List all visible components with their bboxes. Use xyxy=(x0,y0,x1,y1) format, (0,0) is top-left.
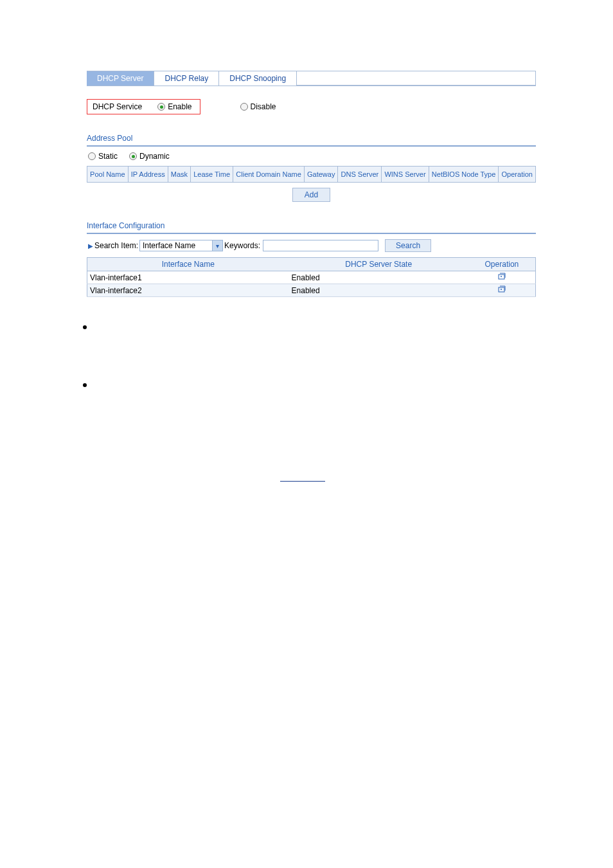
keywords-input[interactable] xyxy=(263,240,378,251)
interface-table: Interface Name DHCP Server State Operati… xyxy=(87,257,536,297)
keywords-label: Keywords: xyxy=(224,241,260,250)
bullets-list xyxy=(87,323,536,387)
col-netbios-type: NetBIOS Node Type xyxy=(429,167,499,183)
dhcp-service-highlight: DHCP Service Enable xyxy=(87,99,200,114)
edit-icon[interactable] xyxy=(497,285,506,293)
pool-table: Pool Name IP Address Mask Lease Time Cli… xyxy=(87,166,536,183)
static-label: Static xyxy=(98,152,118,161)
static-radio[interactable]: Static xyxy=(88,152,125,161)
dynamic-radio[interactable]: Dynamic xyxy=(129,152,177,161)
col-pool-name: Pool Name xyxy=(87,167,129,183)
iface-state: Enabled xyxy=(289,271,468,284)
table-row: Vlan-interface1 Enabled xyxy=(87,271,536,284)
triangle-icon: ▶ xyxy=(88,242,93,249)
disable-label: Disable xyxy=(251,102,276,111)
col-operation: Operation xyxy=(499,167,536,183)
iface-name: Vlan-interface2 xyxy=(87,284,289,297)
bullet-dot-icon xyxy=(83,383,87,387)
col-lease-time: Lease Time xyxy=(191,167,233,183)
col-ip-address: IP Address xyxy=(128,167,168,183)
add-button[interactable]: Add xyxy=(292,188,330,202)
search-item-value: Interface Name xyxy=(143,241,195,250)
disable-radio[interactable]: Disable xyxy=(200,102,276,111)
search-button[interactable]: Search xyxy=(385,239,431,252)
radio-unchecked-icon xyxy=(240,103,248,111)
edit-icon[interactable] xyxy=(497,273,506,280)
tab-spacer xyxy=(297,71,536,86)
interface-config-heading: Interface Configuration xyxy=(87,221,536,234)
col-gateway: Gateway xyxy=(304,167,338,183)
col-dhcp-state: DHCP Server State xyxy=(289,258,468,271)
svg-point-1 xyxy=(501,276,502,277)
col-operation: Operation xyxy=(468,258,536,271)
search-item-label: Search Item: xyxy=(94,241,138,250)
tab-dhcp-relay[interactable]: DHCP Relay xyxy=(154,71,219,86)
table-row: Vlan-interface2 Enabled xyxy=(87,284,536,297)
tab-dhcp-server[interactable]: DHCP Server xyxy=(87,71,154,86)
radio-checked-icon xyxy=(157,103,165,111)
bullet-item xyxy=(88,323,535,329)
svg-point-3 xyxy=(501,289,502,290)
col-mask: Mask xyxy=(168,167,190,183)
col-client-domain: Client Domain Name xyxy=(233,167,305,183)
enable-label: Enable xyxy=(168,102,191,111)
radio-checked-icon xyxy=(129,152,137,160)
iface-name: Vlan-interface1 xyxy=(87,271,289,284)
col-wins-server: WINS Server xyxy=(382,167,429,183)
tab-dhcp-snooping[interactable]: DHCP Snooping xyxy=(219,71,297,86)
chevron-down-icon: ▾ xyxy=(212,240,222,251)
address-pool-heading: Address Pool xyxy=(87,134,536,147)
bullet-item xyxy=(88,381,535,387)
bullet-dot-icon xyxy=(83,325,87,329)
dhcp-service-label: DHCP Service xyxy=(87,102,157,111)
radio-unchecked-icon xyxy=(88,152,96,160)
search-item-select[interactable]: Interface Name ▾ xyxy=(139,240,223,251)
dhcp-tabs: DHCP Server DHCP Relay DHCP Snooping xyxy=(87,71,536,86)
dhcp-service-row: DHCP Service Enable Disable xyxy=(87,99,536,114)
col-dns-server: DNS Server xyxy=(338,167,382,183)
dynamic-label: Dynamic xyxy=(139,152,170,161)
iface-state: Enabled xyxy=(289,284,468,297)
enable-radio[interactable]: Enable xyxy=(157,102,199,111)
col-interface-name: Interface Name xyxy=(87,258,289,271)
